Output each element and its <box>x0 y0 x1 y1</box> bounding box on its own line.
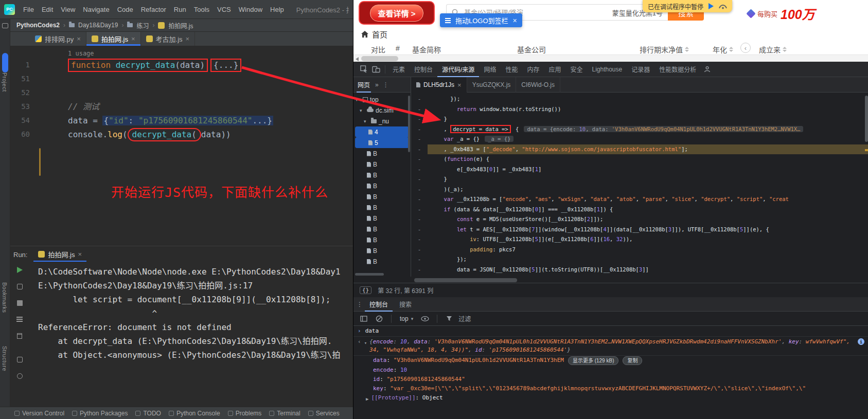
property-row-id[interactable]: id: "p17560901681245860544" <box>353 375 868 384</box>
devtools-panel-tab[interactable]: 内存 <box>522 62 544 77</box>
file-tree-item[interactable]: B <box>353 191 411 202</box>
stop-button[interactable] <box>14 298 25 308</box>
overflow-menu-icon[interactable]: ⋮ <box>383 81 389 88</box>
stripe-structure[interactable]: Structure <box>2 346 8 371</box>
tab-console[interactable]: 控制台 <box>365 297 393 312</box>
stripe-bookmarks[interactable]: Bookmarks <box>2 282 8 313</box>
gutter-marker[interactable]: - <box>411 225 428 235</box>
breadcrumb-project[interactable]: PythonCodes2 <box>16 22 60 29</box>
statusbar-python-packages[interactable]: Python Packages <box>72 410 128 417</box>
file-tree-item[interactable]: B <box>353 148 411 159</box>
sort-icon[interactable] <box>685 47 689 52</box>
gutter-marker[interactable]: - <box>411 214 428 225</box>
file-tree-item[interactable]: B <box>353 170 411 180</box>
device-toolbar-icon[interactable] <box>370 63 382 76</box>
col-header-compare[interactable]: 对比 <box>371 44 385 54</box>
editor-tab-active[interactable]: 拍拍网.js × <box>86 32 141 46</box>
scrollbar-thumb[interactable] <box>361 56 398 61</box>
devtools-panel-tab[interactable]: 网络 <box>479 62 501 77</box>
source-file-tab[interactable]: YsuGZQKX.js <box>467 77 517 93</box>
show-more-button[interactable]: 显示更多 (129 kB) <box>568 356 619 365</box>
close-icon[interactable]: × <box>186 35 190 43</box>
expand-closed-icon[interactable]: ▶ <box>366 395 368 403</box>
col-header-fund-company[interactable]: 基金公司 <box>517 44 546 54</box>
tree-vertical-scrollbar[interactable] <box>408 96 410 152</box>
statusbar-services[interactable]: Services <box>308 410 340 417</box>
line-number[interactable]: 60 <box>10 127 30 141</box>
stripe-project[interactable]: Project <box>2 72 8 92</box>
filter-funnel-icon[interactable] <box>443 313 455 325</box>
menu-item[interactable]: Window <box>235 4 266 15</box>
inspect-element-icon[interactable] <box>358 63 370 76</box>
menu-item[interactable]: Code <box>114 4 137 15</box>
close-icon[interactable]: × <box>457 81 462 89</box>
devtools-panel-tab[interactable]: Lighthouse <box>587 62 627 77</box>
tree-horizontal-scrollbar[interactable] <box>355 273 384 276</box>
gutter-marker[interactable]: - <box>411 174 428 185</box>
menu-item[interactable]: Tools <box>190 4 213 15</box>
run-tab[interactable]: 拍拍网.js × <box>33 248 86 262</box>
run-console-output[interactable]: D:\CodeSoftware\Node\Node\node.exe E:\Py… <box>29 263 353 407</box>
scroll-to-end-icon[interactable] <box>14 354 25 365</box>
gutter-marker[interactable]: - <box>411 104 428 115</box>
statusbar-terminal[interactable]: Terminal <box>269 410 300 417</box>
resume-script-icon[interactable] <box>708 3 714 9</box>
statusbar-todo[interactable]: TODO <box>135 410 161 417</box>
trash-button[interactable] <box>14 331 25 341</box>
line-number[interactable]: 54 <box>10 114 30 127</box>
gutter-marker[interactable]: - <box>411 205 428 215</box>
breadcrumb-day-folder[interactable]: Day18&Day19 <box>78 22 118 29</box>
object-preview[interactable]: {encode: 10, data: 'V3h0anV6NWRodU9qQm04… <box>369 338 854 354</box>
source-file-tab[interactable]: CI6Wid-O.js <box>516 77 560 93</box>
file-tree-item[interactable]: 5 <box>355 137 409 148</box>
col-header-rank[interactable]: # <box>396 44 400 52</box>
file-tree-item[interactable]: B <box>353 245 411 256</box>
file-tree-item[interactable]: B <box>353 234 411 245</box>
editor-vertical-scrollbar[interactable] <box>865 96 868 142</box>
build-icon[interactable] <box>14 281 25 292</box>
tree-expander-icon[interactable]: ▾ <box>364 119 369 124</box>
context-selector[interactable]: top ▾ <box>397 315 416 322</box>
statusbar-python-console[interactable]: Python Console <box>169 410 220 417</box>
line-number[interactable]: 52 <box>10 86 30 100</box>
editor-tab[interactable]: 考古加.js × <box>141 32 196 46</box>
source-code-editor[interactable]: - }); - return window.btoa(r.toString())… <box>411 93 868 277</box>
file-tree-item[interactable]: ▾ _nu <box>353 116 411 126</box>
devtools-panel-tab[interactable]: 源代码/来源 <box>437 62 479 77</box>
rerun-button[interactable] <box>14 265 25 275</box>
user-icon[interactable] <box>701 63 713 76</box>
devtools-panel-tab[interactable]: 控制台 <box>410 62 437 77</box>
clear-console-icon[interactable] <box>373 313 385 325</box>
statusbar-version-control[interactable]: Version Control <box>14 410 64 417</box>
gutter-marker[interactable]: - <box>411 165 428 175</box>
editor-horizontal-scrollbar[interactable] <box>414 278 517 282</box>
drawer-menu-icon[interactable]: ⋮ <box>357 301 363 308</box>
prototype-row[interactable]: ▶ [[Prototype]]: Object <box>353 393 868 404</box>
promo-detail-button[interactable]: 查看详情 > <box>370 5 424 22</box>
line-number[interactable]: 53 <box>10 100 30 114</box>
gutter-marker[interactable]: - <box>411 114 428 124</box>
promo-banner[interactable]: 查看详情 > <box>359 1 435 25</box>
gutter-marker[interactable]: - <box>411 124 428 135</box>
file-tree-item[interactable]: B <box>353 224 411 234</box>
console-result-row[interactable]: ‹ ▾ {encode: 10, data: 'V3h0anV6NWRodU9q… <box>353 337 868 356</box>
sort-icon[interactable] <box>783 47 787 52</box>
devtools-panel-tab[interactable]: 应用 <box>544 62 565 77</box>
menu-item[interactable]: Edit <box>38 4 57 15</box>
expand-open-icon[interactable]: ▾ <box>364 339 367 347</box>
tree-expander-icon[interactable]: ▾ <box>356 97 361 102</box>
col-header-annualized[interactable]: 年化 <box>713 44 733 54</box>
scroll-left-icon[interactable] <box>356 57 359 61</box>
gutter-marker[interactable]: - <box>411 185 428 195</box>
carousel-prev-button[interactable]: ‹ <box>740 43 751 53</box>
file-tree-item[interactable]: 4 <box>355 126 409 137</box>
console-line-file-link[interactable]: E:\PythonCodes2\Day18&Day19\练习\拍拍网.js:17 <box>38 279 353 293</box>
file-tree-item[interactable]: B <box>353 159 411 170</box>
file-tree-panel[interactable]: ▾ top ▾ dc.sim ▾ <box>353 93 411 277</box>
file-tree-item[interactable]: B <box>353 213 411 224</box>
devtools-panel-tab[interactable]: 记录器 <box>627 62 654 77</box>
pin-icon[interactable] <box>14 371 25 381</box>
devtools-panel-tab[interactable]: 性能 <box>501 62 522 77</box>
console-stack-line[interactable]: at decrypt_data (E:\PythonCodes2\Day18&D… <box>38 334 353 348</box>
gutter-marker[interactable]: - <box>411 265 428 275</box>
